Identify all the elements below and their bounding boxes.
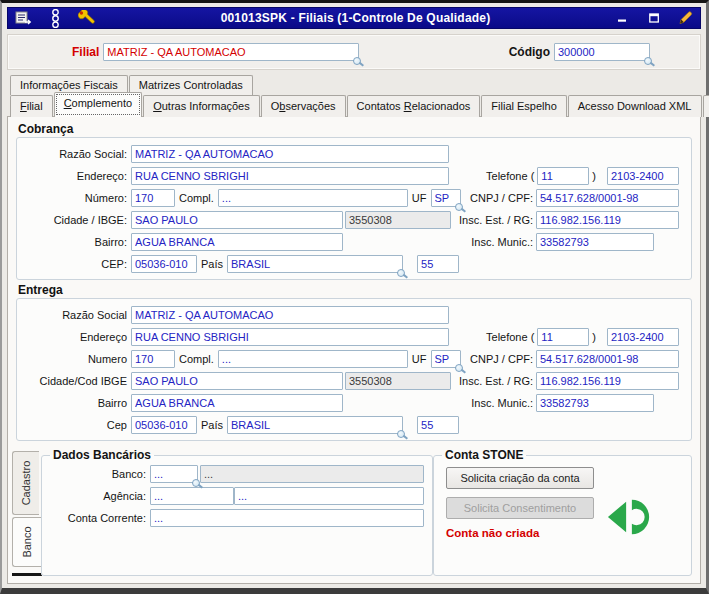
- filial-input[interactable]: [103, 43, 359, 61]
- entrega-endereco-input[interactable]: [131, 328, 449, 346]
- numero-label: Número:: [25, 192, 131, 204]
- tab-acesso-download-xml[interactable]: Acesso Download XML: [568, 95, 702, 117]
- cobranca-bairro-input[interactable]: [131, 233, 343, 251]
- lookup-magnifier-icon[interactable]: [397, 269, 405, 277]
- pais-lookup: [227, 416, 403, 434]
- vertical-tab-strip: CadastroBanco: [12, 448, 41, 576]
- tab-log[interactable]: Log: [703, 95, 709, 117]
- lookup-magnifier-icon[interactable]: [353, 57, 361, 65]
- compl-label: Compl.: [175, 353, 218, 365]
- insc-est-label: Insc. Est. / RG:: [459, 375, 536, 387]
- conta-stone-group: Conta STONE Solicita criação da conta So…: [433, 448, 692, 576]
- cobranca-razao-social-input[interactable]: [131, 145, 449, 163]
- entrega-cep-input[interactable]: [131, 416, 197, 434]
- solicita-criacao-conta-button[interactable]: Solicita criação da conta: [446, 467, 594, 489]
- entrega-bairro-input[interactable]: [131, 394, 343, 412]
- banco-label: Banco:: [50, 468, 150, 480]
- cep-label: CEP:: [25, 258, 131, 270]
- telefone-label: Telefone (: [486, 331, 537, 343]
- cobranca-pais-input[interactable]: [227, 255, 403, 273]
- maximize-button[interactable]: [643, 9, 665, 27]
- cobranca-insc-mun-input[interactable]: [536, 233, 654, 251]
- telefone-label: Telefone (: [486, 170, 537, 182]
- cobranca-compl-input[interactable]: [218, 189, 408, 207]
- cobranca-cep-input[interactable]: [131, 255, 197, 273]
- cnpj-label: CNPJ / CPF:: [470, 192, 536, 204]
- cobranca-cidade-input[interactable]: [131, 211, 343, 229]
- complemento-tab-page: Cobrança Razão Social: Endereço: Número:…: [7, 116, 701, 584]
- conta-corrente-label: Conta Corrente:: [50, 512, 150, 524]
- dados-bancarios-group: Dados Bancários Banco: Agência: Conta Co…: [41, 448, 433, 576]
- cobranca-telefone-ddd-input[interactable]: [537, 167, 589, 185]
- bottom-panel: CadastroBanco Dados Bancários Banco: Agê…: [12, 448, 692, 576]
- entrega-insc-mun-input[interactable]: [536, 394, 654, 412]
- entrega-cidade-input[interactable]: [131, 372, 343, 390]
- vertical-tab-cadastro[interactable]: Cadastro: [12, 451, 39, 515]
- lookup-magnifier-icon[interactable]: [397, 430, 405, 438]
- codigo-input[interactable]: [554, 43, 650, 61]
- filial-lookup: [103, 43, 359, 61]
- traffic-light-icon[interactable]: [44, 9, 66, 27]
- razao-social-label: Razão Social:: [25, 148, 131, 160]
- agencia-codigo-input[interactable]: [150, 487, 234, 505]
- stone-logo-icon: [606, 494, 652, 540]
- entrega-ddi-input[interactable]: [417, 416, 459, 434]
- cobranca-endereco-input[interactable]: [131, 167, 449, 185]
- cobranca-numero-input[interactable]: [131, 189, 175, 207]
- cep-label: Cep: [25, 419, 131, 431]
- minimize-icon: [618, 13, 628, 23]
- cobranca-ddi-input[interactable]: [417, 255, 459, 273]
- tab-filial-espelho[interactable]: Filial Espelho: [481, 95, 566, 117]
- tab-filial[interactable]: Filial: [10, 95, 53, 117]
- entrega-pais-input[interactable]: [227, 416, 403, 434]
- agencia-label: Agência:: [50, 490, 150, 502]
- traffic-light-icon: [49, 9, 62, 28]
- tab-matrizes-controladas[interactable]: Matrizes Controladas: [129, 75, 253, 95]
- wrench-icon[interactable]: [76, 9, 98, 27]
- conta-corrente-input[interactable]: [150, 509, 424, 527]
- insc-mun-label: Insc. Munic.:: [471, 236, 536, 248]
- conta-stone-title: Conta STONE: [442, 448, 526, 462]
- cobranca-cnpj-input[interactable]: [536, 189, 679, 207]
- vertical-tab-banco[interactable]: Banco: [12, 517, 41, 567]
- codigo-label: Código: [509, 45, 550, 59]
- entrega-telefone-ddd-input[interactable]: [537, 328, 589, 346]
- pais-label: País: [197, 419, 227, 431]
- lookup-magnifier-icon[interactable]: [192, 479, 200, 487]
- entrega-telefone-num-input[interactable]: [607, 328, 679, 346]
- entrega-insc-est-input[interactable]: [536, 372, 679, 390]
- entrega-compl-input[interactable]: [218, 350, 408, 368]
- edit-pencil-button[interactable]: [674, 9, 696, 27]
- cobranca-telefone-num-input[interactable]: [607, 167, 679, 185]
- codigo-lookup: [554, 43, 650, 61]
- banco-codigo-input[interactable]: [150, 465, 198, 483]
- tab-outras-informa-es[interactable]: Outras Informações: [143, 95, 260, 117]
- tab-row-bottom: FilialComplementoOutras InformaçõesObser…: [10, 95, 701, 117]
- wrench-icon: [78, 10, 96, 26]
- entrega-numero-input[interactable]: [131, 350, 175, 368]
- insc-mun-label: Insc. Munic.:: [471, 397, 536, 409]
- agencia-nome-input[interactable]: [234, 487, 424, 505]
- entrega-right-column: Telefone ( ) CNPJ / CPF: Insc. Est. / RG…: [423, 326, 679, 414]
- endereco-label: Endereço: [25, 331, 131, 343]
- export-document-icon[interactable]: [12, 9, 34, 27]
- banco-nome-input: [200, 465, 424, 483]
- banco-lookup: [150, 465, 198, 483]
- tab-contatos-relacionados[interactable]: Contatos Relacionados: [347, 95, 481, 117]
- numero-label: Numero: [25, 353, 131, 365]
- entrega-section: Razão Social Endereço Numero Compl. UF C…: [16, 298, 692, 441]
- tab-observa-es[interactable]: Observações: [261, 95, 346, 117]
- cnpj-label: CNPJ / CPF:: [470, 353, 536, 365]
- pencil-icon: [677, 10, 694, 26]
- lookup-magnifier-icon[interactable]: [644, 57, 652, 65]
- cobranca-insc-est-input[interactable]: [536, 211, 679, 229]
- entrega-cnpj-input[interactable]: [536, 350, 679, 368]
- entrega-razao-social-input[interactable]: [131, 306, 449, 324]
- minimize-button[interactable]: [612, 9, 634, 27]
- solicita-consentimento-button[interactable]: Solicita Consentimento: [446, 497, 594, 519]
- razao-social-label: Razão Social: [25, 309, 131, 321]
- maximize-icon: [649, 13, 660, 23]
- export-document-icon: [15, 11, 32, 26]
- tab-complemento[interactable]: Complemento: [54, 92, 143, 117]
- endereco-label: Endereço:: [25, 170, 131, 182]
